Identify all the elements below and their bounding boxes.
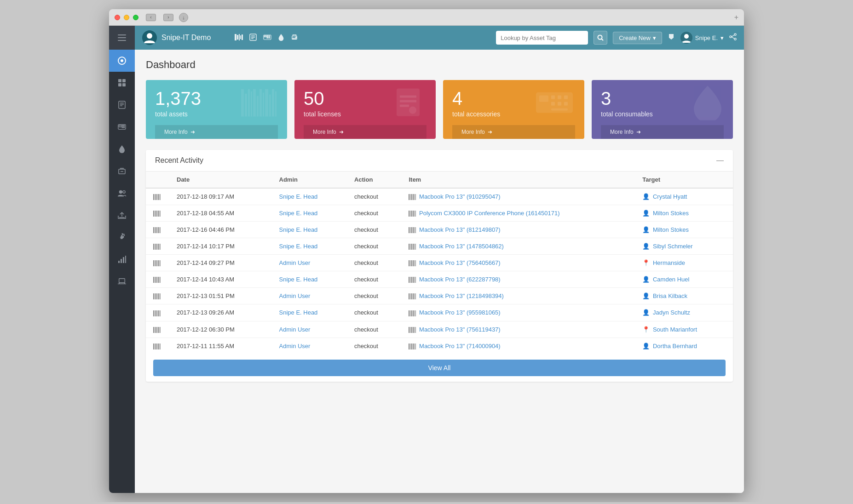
search-button[interactable] bbox=[594, 31, 607, 45]
sidebar-item-licenses[interactable] bbox=[109, 94, 135, 116]
stat-card-consumables: 3 total consumables More Info ➜ bbox=[592, 80, 733, 139]
row-target[interactable]: 👤 Sibyl Schmeler bbox=[635, 238, 733, 255]
sidebar-item-laptops[interactable] bbox=[109, 270, 135, 292]
row-target[interactable]: 👤 Crystal Hyatt bbox=[635, 188, 733, 205]
sidebar-item-reports[interactable] bbox=[109, 248, 135, 270]
row-item[interactable]: Macbook Pro 13" (756405667) bbox=[401, 255, 635, 271]
nav-licenses-icon[interactable] bbox=[249, 34, 257, 42]
row-item[interactable]: Macbook Pro 13" (1478504862) bbox=[401, 238, 635, 255]
svg-rect-185 bbox=[157, 310, 157, 316]
more-info-arrow-icon-4: ➜ bbox=[636, 129, 641, 135]
nav-consumables-icon[interactable] bbox=[278, 34, 284, 42]
accessories-more-info[interactable]: More Info ➜ bbox=[452, 125, 575, 139]
svg-rect-210 bbox=[153, 344, 154, 349]
svg-rect-15 bbox=[122, 125, 123, 126]
row-item[interactable]: Macbook Pro 13" (714000904) bbox=[401, 338, 635, 354]
sidebar-item-upload[interactable] bbox=[109, 204, 135, 226]
sidebar-item-components[interactable] bbox=[109, 160, 135, 182]
notifications-button[interactable] bbox=[668, 33, 675, 42]
sidebar-menu-toggle[interactable] bbox=[109, 26, 135, 50]
row-admin[interactable]: Snipe E. Head bbox=[272, 238, 347, 255]
svg-rect-219 bbox=[411, 344, 412, 349]
row-target[interactable]: 👤 Camden Huel bbox=[635, 271, 733, 288]
svg-rect-181 bbox=[415, 293, 416, 299]
table-row: 2017-12-13 09:26 AM Snipe E. Head checko… bbox=[146, 304, 733, 321]
sidebar-item-settings[interactable] bbox=[109, 226, 135, 248]
table-row: 2017-12-18 09:17 AM Snipe E. Head checko… bbox=[146, 188, 733, 205]
consumables-more-info[interactable]: More Info ➜ bbox=[601, 125, 724, 139]
nav-accessories-icon[interactable] bbox=[263, 34, 271, 42]
row-admin[interactable]: Snipe E. Head bbox=[272, 205, 347, 222]
row-item[interactable]: Macbook Pro 13" (812149807) bbox=[401, 222, 635, 238]
sidebar-item-dashboard[interactable] bbox=[109, 50, 135, 72]
svg-rect-222 bbox=[415, 344, 415, 349]
collapse-button[interactable]: — bbox=[716, 156, 724, 165]
svg-rect-134 bbox=[410, 244, 410, 250]
row-target[interactable]: 📍 Hermanside bbox=[635, 255, 733, 271]
create-new-button[interactable]: Create New ▾ bbox=[613, 32, 662, 44]
row-item[interactable]: Macbook Pro 13" (955981065) bbox=[401, 304, 635, 321]
close-button[interactable] bbox=[115, 15, 120, 20]
row-item[interactable]: Macbook Pro 13" (1218498394) bbox=[401, 288, 635, 304]
forward-button[interactable]: › bbox=[163, 14, 173, 21]
svg-rect-157 bbox=[157, 277, 157, 283]
user-menu-button[interactable]: Snipe E. ▾ bbox=[680, 32, 724, 44]
svg-rect-171 bbox=[157, 293, 157, 299]
minimize-button[interactable] bbox=[124, 15, 129, 20]
svg-rect-2 bbox=[118, 40, 126, 41]
share-button[interactable] bbox=[729, 33, 737, 42]
svg-rect-223 bbox=[415, 344, 416, 349]
row-admin[interactable]: Admin User bbox=[272, 255, 347, 271]
svg-rect-44 bbox=[267, 37, 268, 38]
svg-rect-194 bbox=[415, 310, 415, 316]
svg-rect-170 bbox=[156, 293, 156, 299]
row-action: checkout bbox=[347, 238, 402, 255]
sidebar-item-accessories[interactable] bbox=[109, 116, 135, 138]
svg-rect-89 bbox=[159, 194, 160, 200]
svg-rect-147 bbox=[409, 260, 409, 266]
maximize-button[interactable] bbox=[133, 15, 138, 20]
svg-rect-175 bbox=[409, 293, 409, 299]
sidebar-item-consumables[interactable] bbox=[109, 138, 135, 160]
download-button[interactable]: ↓ bbox=[179, 13, 188, 22]
view-all-button[interactable]: View All bbox=[153, 360, 726, 376]
assets-more-info[interactable]: More Info ➜ bbox=[155, 125, 278, 139]
nav-assets-icon[interactable] bbox=[235, 34, 243, 42]
new-tab-button[interactable]: + bbox=[734, 13, 738, 22]
row-item[interactable]: Macbook Pro 13" (910295047) bbox=[401, 188, 635, 205]
row-target[interactable]: 📍 South Marianfort bbox=[635, 321, 733, 338]
row-action: checkout bbox=[347, 321, 402, 338]
nav-print-icon[interactable] bbox=[291, 34, 298, 42]
svg-rect-154 bbox=[153, 277, 154, 283]
svg-rect-81 bbox=[558, 102, 561, 106]
row-admin[interactable]: Snipe E. Head bbox=[272, 188, 347, 205]
svg-rect-211 bbox=[155, 344, 155, 349]
topbar-nav-icons bbox=[235, 34, 298, 42]
sidebar-item-users[interactable] bbox=[109, 182, 135, 204]
user-name: Snipe E. bbox=[695, 34, 718, 41]
svg-rect-148 bbox=[410, 260, 410, 266]
row-admin[interactable]: Snipe E. Head bbox=[272, 304, 347, 321]
svg-point-53 bbox=[734, 34, 736, 35]
row-target[interactable]: 👤 Milton Stokes bbox=[635, 205, 733, 222]
row-admin[interactable]: Snipe E. Head bbox=[272, 271, 347, 288]
row-target[interactable]: 👤 Dortha Bernhard bbox=[635, 338, 733, 354]
row-action: checkout bbox=[347, 271, 402, 288]
row-admin[interactable]: Admin User bbox=[272, 321, 347, 338]
row-item[interactable]: Macbook Pro 13" (622287798) bbox=[401, 271, 635, 288]
row-admin[interactable]: Snipe E. Head bbox=[272, 222, 347, 238]
lookup-input[interactable] bbox=[496, 31, 588, 45]
back-button[interactable]: ‹ bbox=[146, 14, 156, 21]
row-item[interactable]: Macbook Pro 13" (756119437) bbox=[401, 321, 635, 338]
row-admin[interactable]: Admin User bbox=[272, 288, 347, 304]
svg-rect-117 bbox=[159, 227, 160, 233]
sidebar-item-assets[interactable] bbox=[109, 72, 135, 94]
row-target[interactable]: 👤 Milton Stokes bbox=[635, 222, 733, 238]
svg-rect-58 bbox=[241, 89, 244, 117]
licenses-more-info[interactable]: More Info ➜ bbox=[304, 125, 426, 139]
row-target[interactable]: 👤 Brisa Kilback bbox=[635, 288, 733, 304]
row-admin[interactable]: Admin User bbox=[272, 338, 347, 354]
row-target[interactable]: 👤 Jadyn Schultz bbox=[635, 304, 733, 321]
svg-rect-96 bbox=[415, 194, 415, 200]
row-item[interactable]: Polycom CX3000 IP Conference Phone (1614… bbox=[401, 205, 635, 222]
